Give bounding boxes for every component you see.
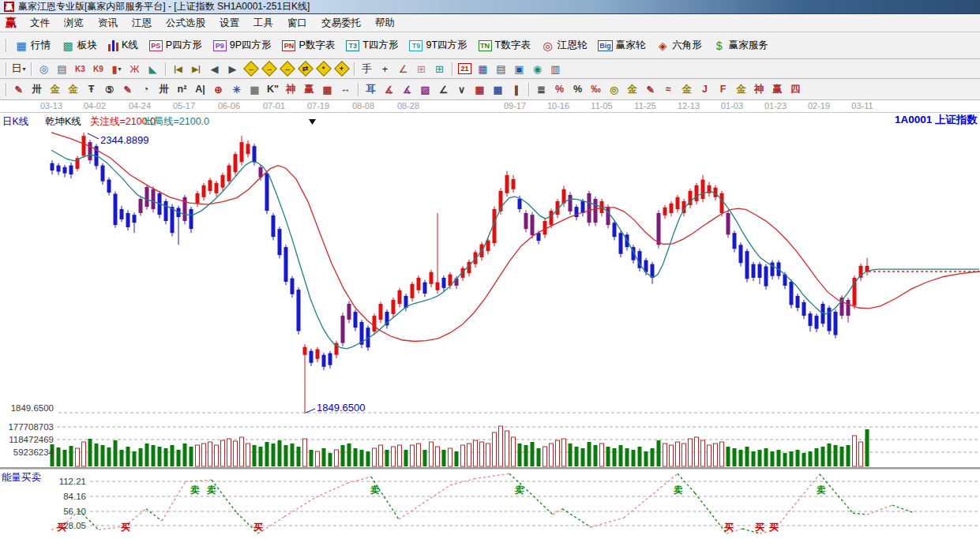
draw-tool-7[interactable]: ✎ (118, 81, 137, 98)
calculator-button[interactable]: ▦ (474, 61, 492, 77)
draw-tool-38[interactable]: ≈ (659, 81, 678, 98)
draw-tool-2[interactable]: 卅 (28, 81, 46, 98)
draw-tool-19[interactable]: ↔ (336, 81, 355, 98)
menu-item-8[interactable]: 窗口 (280, 15, 314, 32)
9t-square-button[interactable]: T99T四方形 (404, 36, 472, 54)
sectors-button[interactable]: ▩板块 (56, 36, 103, 54)
draw-tool-36[interactable]: 金 (623, 81, 641, 98)
hand-tool[interactable]: 手 (358, 61, 376, 77)
draw-tool-15[interactable]: K" (264, 81, 282, 98)
draw-tool-4[interactable]: 金 (64, 81, 82, 98)
period-day-selector[interactable]: 日▾ (9, 61, 28, 77)
step-forward-button[interactable]: ▶ (223, 61, 242, 77)
chart-area[interactable]: 03-1304-0204-2405-1706-0607-0107-1908-08… (0, 100, 980, 539)
winner-wheel-button[interactable]: Big赢家轮 (592, 36, 651, 54)
spiral-tool[interactable]: ◎ (35, 61, 53, 77)
menu-item-2[interactable]: 浏览 (57, 15, 91, 32)
t-number-table-button[interactable]: TNT数字表 (473, 36, 536, 54)
hexagon-button[interactable]: ◈六角形 (651, 36, 708, 54)
swap-h-button[interactable]: ⇄ (296, 61, 314, 77)
draw-tool-32[interactable]: % (550, 81, 569, 98)
pattern-9-tool[interactable]: K9 (89, 61, 107, 77)
draw-tool-21[interactable]: 耳 (362, 81, 380, 98)
draw-tool-17[interactable]: 赢 (300, 81, 318, 98)
draw-tool-37[interactable]: ✎ (641, 81, 659, 98)
draw-tool-40[interactable]: J (696, 81, 714, 98)
draw-tool-8[interactable]: ◔ (137, 81, 155, 98)
pattern-3-tool[interactable]: K3 (71, 61, 89, 77)
color-flag-tool[interactable]: ◣ (144, 61, 162, 77)
menu-item-4[interactable]: 江恩 (125, 15, 159, 32)
draw-tool-14[interactable]: ▦ (246, 81, 264, 98)
draw-tool-28[interactable]: ▦ (489, 81, 507, 98)
draw-tool-3[interactable]: 金 (46, 81, 64, 98)
draw-tool-31[interactable]: ≣ (532, 81, 550, 98)
go-last-button[interactable]: ▶| (187, 61, 205, 77)
draw-tool-35[interactable]: ◎ (605, 81, 623, 98)
draw-tool-39[interactable]: 金 (678, 81, 696, 98)
candle-style-selector[interactable]: ▮▾ (107, 61, 126, 77)
pan-left-button[interactable]: ← (242, 61, 260, 77)
save-button[interactable]: ▣ (510, 61, 528, 77)
quotes-button[interactable]: ▦行情 (9, 36, 56, 54)
print-button[interactable]: ▥ (546, 61, 565, 77)
chart-canvas[interactable]: 03-1304-0204-2405-1706-0607-0107-1908-08… (0, 100, 980, 539)
draw-tool-12[interactable]: ⊕ (209, 81, 227, 98)
draw-tool-16[interactable]: 神 (282, 81, 300, 98)
draw-tool-34[interactable]: ‰ (587, 81, 605, 98)
menu-item-5[interactable]: 公式选股 (159, 15, 212, 32)
draw-tool-9[interactable]: 卅 (155, 81, 173, 98)
calendar-button[interactable]: 21 (456, 61, 474, 77)
draw-tool-23[interactable]: ∡ (398, 81, 416, 98)
step-back-button[interactable]: ◀ (205, 61, 223, 77)
menu-item-6[interactable]: 设置 (212, 15, 246, 32)
p-number-table-button[interactable]: PNP数字表 (276, 36, 340, 54)
9p-square-button[interactable]: P99P四方形 (208, 36, 277, 54)
kline-button[interactable]: K线 (103, 36, 144, 54)
expand-h-button[interactable]: ↔ (278, 61, 296, 77)
draw-tool-6[interactable]: ⑤ (100, 81, 118, 98)
draw-tool-33[interactable]: % (569, 81, 587, 98)
draw-tool-43[interactable]: 神 (750, 81, 768, 98)
draw-tool-13[interactable]: ✳ (227, 81, 246, 98)
p-square-button[interactable]: PSP四方形 (144, 36, 208, 54)
draw-tool-42[interactable]: 金 (732, 81, 750, 98)
menu-item-7[interactable]: 工具 (246, 15, 280, 32)
crosshair-tool[interactable]: + (376, 61, 394, 77)
notes-button[interactable]: ▤ (492, 61, 510, 77)
draw-tool-45[interactable]: 四 (787, 81, 805, 98)
pan-right-button[interactable]: → (260, 61, 278, 77)
draw-tool-18[interactable]: ▦ (318, 81, 336, 98)
angle-tool[interactable]: ∠ (394, 61, 412, 77)
menu-item-10[interactable]: 帮助 (368, 15, 402, 32)
draw-tool-29[interactable]: ∥ (507, 81, 525, 98)
candlestick-layer[interactable] (51, 133, 869, 414)
draw-tool-25[interactable]: ∠ (434, 81, 452, 98)
zoom-star-button[interactable]: * (314, 61, 332, 77)
draw-tool-5[interactable]: Ŧ (82, 81, 100, 98)
web-button[interactable]: ◉ (528, 61, 546, 77)
formula-list[interactable]: ▤ (53, 61, 71, 77)
menu-item-3[interactable]: 资讯 (91, 15, 125, 32)
brain-grid-tool[interactable]: ⊞ (430, 61, 449, 77)
draw-tool-44[interactable]: 赢 (768, 81, 787, 98)
draw-tool-1[interactable]: ✎ (9, 81, 28, 98)
go-first-button[interactable]: |◀ (169, 61, 187, 77)
gann-wheel-button[interactable]: ◎江恩轮 (536, 36, 593, 54)
draw-tool-26[interactable]: ∨ (452, 81, 471, 98)
menu-item-1[interactable]: 文件 (23, 15, 57, 32)
volume-bars-layer[interactable] (51, 426, 869, 466)
compress-tool[interactable]: Ж (126, 61, 144, 77)
volume-bar (265, 442, 269, 466)
draw-tool-22[interactable]: ∡ (380, 81, 398, 98)
menu-item-9[interactable]: 交易委托 (314, 15, 368, 32)
draw-tool-11[interactable]: A| (191, 81, 209, 98)
draw-tool-41[interactable]: F (714, 81, 732, 98)
winner-service-button[interactable]: $赢家服务 (708, 36, 774, 54)
gann-grid-tool[interactable]: ⊞ (412, 61, 430, 77)
draw-tool-24[interactable]: ▨ (416, 81, 434, 98)
draw-tool-27[interactable]: ▦ (471, 81, 489, 98)
t-square-button[interactable]: T3T四方形 (340, 36, 404, 54)
draw-tool-10[interactable]: n² (173, 81, 191, 98)
zoom-cross-button[interactable]: + (332, 61, 351, 77)
